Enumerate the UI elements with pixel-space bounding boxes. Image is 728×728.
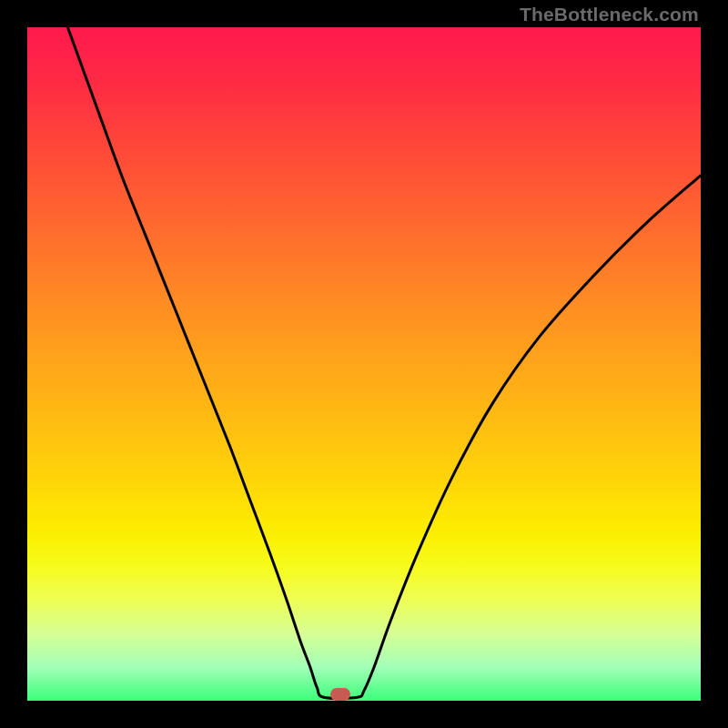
optimal-point-marker — [330, 688, 350, 701]
plot-area — [27, 27, 701, 701]
bottleneck-curve — [67, 27, 701, 698]
attribution-text: TheBottleneck.com — [520, 4, 699, 25]
curve-svg — [27, 27, 701, 701]
chart-frame: TheBottleneck.com — [0, 0, 728, 728]
